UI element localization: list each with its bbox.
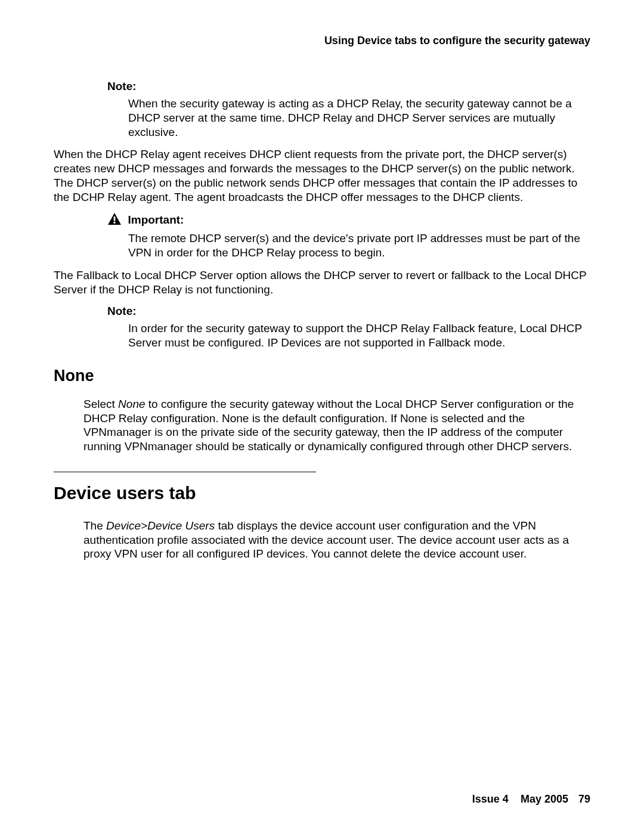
none-para-prefix: Select: [83, 398, 118, 410]
note-label-2: Note:: [107, 305, 590, 318]
device-users-para-prefix: The: [83, 519, 106, 532]
running-header: Using Device tabs to configure the secur…: [54, 35, 590, 47]
paragraph-none: Select None to configure the security ga…: [83, 397, 590, 454]
warning-triangle-icon: [107, 212, 122, 228]
footer-page-number: 79: [578, 793, 590, 805]
svg-point-2: [113, 222, 115, 224]
note-body-2: In order for the security gateway to sup…: [128, 321, 586, 350]
important-label: Important:: [128, 213, 184, 226]
device-users-para-italic: Device>Device Users: [106, 519, 215, 532]
section-rule: [54, 472, 316, 472]
important-body: The remote DHCP server(s) and the device…: [128, 231, 586, 260]
footer-date: May 2005: [521, 793, 568, 805]
none-para-italic: None: [118, 398, 145, 410]
note-label-1: Note:: [107, 80, 590, 93]
heading-none: None: [54, 367, 590, 385]
none-para-rest: to configure the security gateway withou…: [83, 398, 574, 453]
paragraph-device-users: The Device>Device Users tab displays the…: [83, 519, 590, 561]
paragraph-fallback: The Fallback to Local DHCP Server option…: [54, 268, 590, 297]
paragraph-dhcp-relay: When the DHCP Relay agent receives DHCP …: [54, 147, 590, 204]
page: Using Device tabs to configure the secur…: [0, 0, 644, 833]
note-body-1: When the security gateway is acting as a…: [128, 97, 586, 139]
svg-rect-1: [114, 216, 116, 221]
footer-issue: Issue 4: [472, 793, 509, 805]
heading-device-users-tab: Device users tab: [54, 483, 590, 503]
page-footer: Issue 4 May 2005 79: [472, 793, 590, 806]
important-row: Important:: [107, 212, 590, 228]
